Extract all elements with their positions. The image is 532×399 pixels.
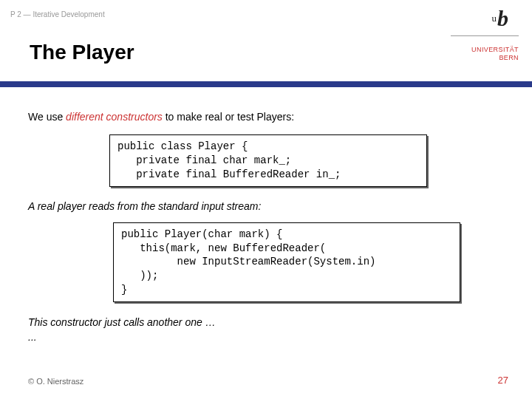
tail-line1: This constructor just calls another one …: [28, 316, 216, 328]
accent-bar: [0, 81, 532, 87]
title-underlay: [0, 72, 451, 81]
university-logo: ub UNIVERSITÄT BERN: [451, 0, 532, 87]
ub-wordmark: ub: [492, 6, 509, 31]
code-block-class: public class Player { private final char…: [109, 134, 427, 187]
code-block-constructor: public Player(char mark) { this(mark, ne…: [113, 222, 460, 302]
breadcrumb: P 2 — Iterative Development: [10, 10, 105, 18]
middle-text: A real player reads from the standard in…: [28, 200, 504, 212]
logo-divider: [451, 35, 519, 36]
intro-emphasis: different constructors: [66, 111, 163, 123]
page-title: The Player: [30, 41, 134, 64]
uni-line2: BERN: [471, 54, 519, 62]
university-name: UNIVERSITÄT BERN: [471, 46, 519, 63]
content-area: We use different constructors to make re…: [28, 111, 504, 344]
footer-copyright: © O. Nierstrasz: [28, 377, 83, 386]
uni-line1: UNIVERSITÄT: [471, 46, 519, 54]
tail-text: This constructor just calls another one …: [28, 316, 504, 344]
slide: P 2 — Iterative Development ub UNIVERSIT…: [0, 0, 532, 399]
intro-line: We use different constructors to make re…: [28, 111, 504, 123]
intro-post: to make real or test Players:: [163, 111, 294, 123]
logo-main: b: [497, 6, 508, 30]
footer-page-number: 27: [498, 375, 508, 386]
tail-line2: ...: [28, 331, 37, 343]
logo-sup: u: [492, 13, 497, 24]
intro-pre: We use: [28, 111, 66, 123]
